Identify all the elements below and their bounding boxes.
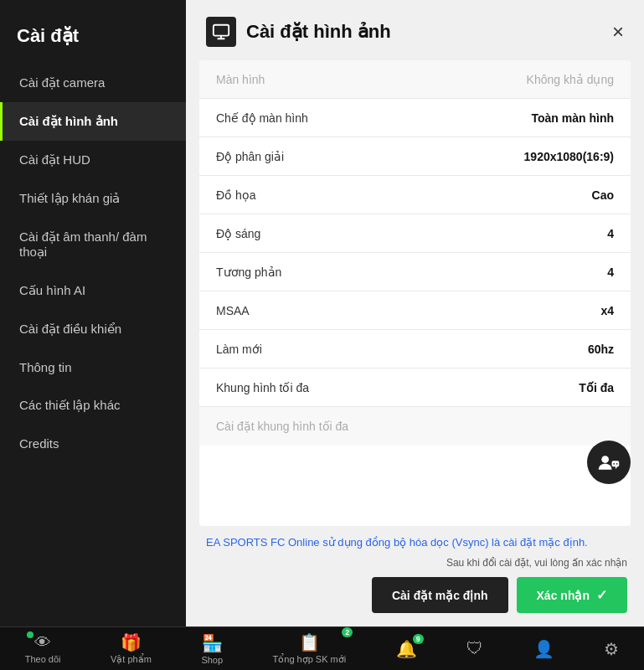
settings-table: Màn hìnhKhông khả dụngChế độ màn hìnhToà… [199, 60, 631, 526]
sidebar: Cài đặt Cài đặt cameraCài đặt hình ảnhCà… [0, 0, 186, 626]
settings-row[interactable]: Đồ họaCao [199, 176, 631, 214]
content-header-left: Cài đặt hình ảnh [206, 17, 391, 47]
settings-row[interactable]: Độ phân giải1920x1080(16:9) [199, 137, 631, 176]
tong-hop-icon: 📋 [299, 632, 320, 652]
row-label: Độ sáng [216, 227, 260, 240]
sidebar-item-dieu-khien[interactable]: Cài đặt điều khiển [0, 310, 186, 348]
row-value: 60hz [588, 343, 614, 356]
row-value: 4 [607, 265, 614, 279]
nav-item-vat-pham[interactable]: 🎁Vật phẩm [102, 629, 160, 668]
row-value: x4 [600, 304, 614, 317]
settings-row: Màn hìnhKhông khả dụng [199, 60, 631, 99]
nav-item-tong-hop[interactable]: 📋2Tổng hợp SK mới [265, 629, 355, 668]
svg-point-3 [613, 463, 615, 465]
row-label: MSAA [216, 304, 250, 317]
svg-point-4 [616, 463, 618, 465]
svg-rect-2 [612, 461, 620, 466]
row-label: Khung hình tối đa [216, 381, 309, 394]
row-label: Độ phân giải [216, 150, 284, 163]
settings-row[interactable]: Làm mới60hz [199, 330, 631, 368]
sidebar-item-hud[interactable]: Cài đặt HUD [0, 141, 186, 179]
vat-pham-icon: 🎁 [121, 632, 142, 652]
settings-row[interactable]: MSAAx4 [199, 291, 631, 330]
svg-point-1 [601, 456, 609, 463]
profile-icon: 👤 [533, 639, 554, 659]
sidebar-item-hinh-anh[interactable]: Cài đặt hình ảnh [0, 102, 186, 141]
row-value: Toàn màn hình [531, 111, 614, 125]
sidebar-item-khac[interactable]: Các thiết lập khác [0, 386, 186, 425]
sidebar-item-thong-tin[interactable]: Thông tin [0, 348, 186, 386]
sidebar-title: Cài đặt [0, 17, 186, 64]
footer-note: EA SPORTS FC Online sử dụng đồng bộ hóa … [203, 536, 627, 549]
content-area: Cài đặt hình ảnh × Màn hìnhKhông khả dụn… [186, 0, 644, 626]
nav-item-notification[interactable]: 🔔9 [388, 636, 425, 662]
sidebar-item-ai[interactable]: Cấu hình AI [0, 271, 186, 310]
theo-doi-icon: 👁 [34, 633, 51, 652]
shop-icon: 🏪 [202, 633, 223, 653]
nav-item-theo-doi[interactable]: 👁Theo dõi [17, 630, 70, 667]
row-label: Tương phản [216, 265, 281, 279]
nav-item-shop[interactable]: 🏪Shop [193, 630, 231, 668]
nav-dot [27, 631, 33, 638]
svg-rect-0 [214, 25, 229, 36]
sidebar-item-camera[interactable]: Cài đặt camera [0, 64, 186, 102]
nav-item-shield[interactable]: 🛡 [458, 636, 492, 662]
nav-label: Theo dõi [25, 654, 61, 664]
settings-icon: ⚙ [604, 639, 619, 659]
row-value: Không khả dụng [527, 73, 614, 86]
row-value: 4 [607, 227, 614, 240]
content-title: Cài đặt hình ảnh [246, 21, 391, 43]
settings-row[interactable]: Khung hình tối đaTối đa [199, 368, 631, 407]
default-settings-button[interactable]: Cài đặt mặc định [372, 577, 508, 613]
nav-badge: 2 [342, 627, 353, 637]
check-icon: ✓ [596, 587, 607, 603]
settings-row: Cài đặt khung hình tối đa [199, 407, 631, 446]
nav-label: Tổng hợp SK mới [273, 654, 347, 665]
close-button[interactable]: × [612, 22, 624, 42]
sidebar-item-am-thanh[interactable]: Cài đặt âm thanh/ đàm thoại [0, 218, 186, 271]
row-label: Cài đặt khung hình tối đa [216, 420, 348, 433]
row-value: 1920x1080(16:9) [524, 150, 614, 163]
row-label: Đồ họa [216, 188, 256, 202]
shield-icon: 🛡 [466, 639, 483, 658]
settings-row[interactable]: Tương phản4 [199, 253, 631, 291]
nav-badge: 9 [413, 634, 424, 644]
footer-confirm-note: Sau khi đổi cài đặt, vui lòng ấn xác nhậ… [203, 557, 627, 569]
nav-item-settings[interactable]: ⚙ [595, 636, 627, 662]
sidebar-item-credits[interactable]: Credits [0, 425, 186, 462]
sidebar-items: Cài đặt cameraCài đặt hình ảnhCài đặt HU… [0, 64, 186, 462]
monitor-icon [206, 17, 236, 47]
main-layout: Cài đặt Cài đặt cameraCài đặt hình ảnhCà… [0, 0, 644, 626]
content-header: Cài đặt hình ảnh × [186, 0, 644, 60]
row-label: Chế độ màn hình [216, 111, 308, 125]
support-button[interactable] [587, 441, 631, 484]
footer-buttons: Cài đặt mặc định Xác nhận ✓ [203, 577, 627, 613]
nav-label: Vật phẩm [111, 654, 152, 665]
nav-label: Shop [201, 655, 223, 665]
settings-row[interactable]: Độ sáng4 [199, 214, 631, 253]
settings-row[interactable]: Chế độ màn hìnhToàn màn hình [199, 99, 631, 137]
content-footer: EA SPORTS FC Online sử dụng đồng bộ hóa … [186, 526, 644, 626]
bottom-nav: 👁Theo dõi🎁Vật phẩm🏪Shop📋2Tổng hợp SK mới… [0, 626, 644, 670]
sidebar-item-khan-gia[interactable]: Thiết lập khán giả [0, 179, 186, 218]
row-value: Tối đa [579, 381, 614, 394]
row-value: Cao [592, 188, 614, 202]
confirm-button[interactable]: Xác nhận ✓ [517, 577, 627, 613]
row-label: Màn hình [216, 73, 265, 86]
nav-item-profile[interactable]: 👤 [525, 636, 563, 662]
row-label: Làm mới [216, 343, 262, 356]
